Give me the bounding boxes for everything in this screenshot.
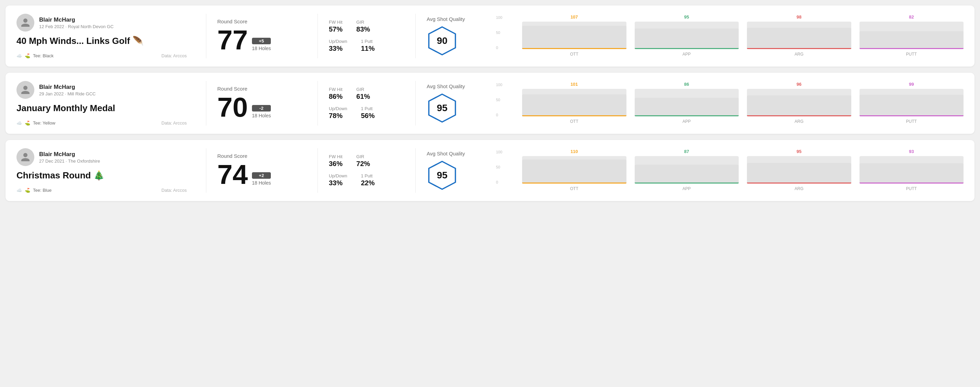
chart-y-labels: 100 50 0 (496, 150, 502, 184)
score-holes: 18 Holes (252, 180, 271, 186)
stats-row-bottom: Up/Down 33% 1 Putt 22% (329, 173, 404, 187)
score-row: 77 +5 18 Holes (217, 26, 307, 54)
score-badge: +5 (252, 38, 271, 44)
up-down-label: Up/Down (329, 39, 347, 44)
y-label-100: 100 (496, 82, 502, 87)
quality-label: Avg Shot Quality (427, 83, 465, 89)
weather-icon: ☁️ (16, 188, 22, 193)
chart-col-app: 95 APP (635, 14, 739, 57)
round-card-2[interactable]: Blair McHarg 29 Jan 2022 · Mill Ride GCC… (5, 73, 975, 134)
up-down-stat: Up/Down 33% (329, 39, 347, 52)
bar-chart: 101 OTT 86 APP 96 ARG 99 (522, 82, 964, 124)
quality-label: Avg Shot Quality (427, 151, 465, 157)
card-left-2: Blair McHarg 29 Jan 2022 · Mill Ride GCC… (16, 81, 195, 125)
bar-fill (635, 29, 739, 49)
divider-1 (206, 14, 206, 58)
one-putt-label: 1 Putt (361, 106, 374, 111)
chart-col-app: 86 APP (635, 82, 739, 124)
chart-col-ott: 101 OTT (522, 82, 627, 124)
bar-accent (747, 182, 851, 184)
bar-fill (859, 163, 964, 184)
divider-1 (206, 148, 206, 193)
hexagon-value: 90 (437, 35, 447, 46)
bar-wrapper (522, 22, 627, 49)
divider-2 (318, 14, 318, 58)
gir-stat: GIR 83% (356, 19, 370, 33)
bar-value-label: 101 (571, 82, 578, 87)
date-venue: 12 Feb 2022 · Royal North Devon GC (39, 24, 114, 29)
hexagon: 90 (427, 25, 458, 56)
user-name: Blair McHarg (39, 16, 114, 23)
card-left-3: Blair McHarg 27 Dec 2021 · The Oxfordshi… (16, 148, 195, 193)
user-text: Blair McHarg 27 Dec 2021 · The Oxfordshi… (39, 151, 100, 163)
chart-col-arg: 98 ARG (747, 14, 851, 57)
bar-fill (522, 160, 627, 184)
bar-accent (635, 182, 739, 184)
divider-2 (318, 81, 318, 125)
bar-col-label: ARG (795, 119, 803, 124)
bar-accent (859, 48, 964, 49)
chart-outer: 100 50 0 101 OTT 86 APP 96 (509, 82, 964, 124)
bar-fill (635, 165, 739, 184)
card-footer: ☁️ ⛳ Tee: Blue Data: Arccos (16, 188, 187, 193)
hexagon-value: 95 (437, 103, 447, 114)
score-number: 70 (217, 94, 248, 121)
gir-value: 61% (356, 93, 370, 100)
gir-stat: GIR 72% (356, 154, 370, 168)
card-footer: ☁️ ⛳ Tee: Black Data: Arccos (16, 53, 187, 58)
hexagon-container: 95 (427, 160, 458, 191)
divider-3 (415, 81, 416, 125)
stats-row-bottom: Up/Down 78% 1 Putt 56% (329, 106, 404, 120)
bar-fill (635, 98, 739, 116)
bar-col-label: ARG (795, 186, 803, 191)
bar-wrapper (635, 89, 739, 116)
bar-fill (522, 26, 627, 49)
fw-hit-value: 57% (329, 25, 342, 33)
round-title: Christmas Round 🎄 (16, 170, 187, 181)
rounds-list: Blair McHarg 12 Feb 2022 · Royal North D… (5, 5, 975, 201)
y-label-50: 50 (496, 98, 502, 102)
gir-label: GIR (356, 154, 370, 159)
up-down-stat: Up/Down 78% (329, 106, 347, 120)
fw-hit-label: FW Hit (329, 87, 342, 92)
bar-value-label: 93 (909, 149, 914, 154)
chart-col-arg: 96 ARG (747, 82, 851, 124)
bar-accent (859, 115, 964, 116)
up-down-stat: Up/Down 33% (329, 173, 347, 187)
bar-accent (859, 182, 964, 184)
chart-section: 100 50 0 110 OTT 87 APP 95 (502, 148, 964, 193)
tee-label: Tee: Yellow (33, 121, 55, 125)
chart-col-ott: 107 OTT (522, 14, 627, 57)
bar-fill (859, 95, 964, 116)
bar-value-label: 87 (684, 149, 689, 154)
fw-hit-stat: FW Hit 86% (329, 87, 342, 100)
score-badge-col: +2 18 Holes (252, 172, 271, 188)
one-putt-label: 1 Putt (361, 39, 374, 44)
bar-wrapper (859, 22, 964, 49)
stats-row-top: FW Hit 36% GIR 72% (329, 154, 404, 168)
divider-1 (206, 81, 206, 125)
score-holes: 18 Holes (252, 113, 271, 118)
y-label-50: 50 (496, 30, 502, 35)
score-badge: -2 (252, 105, 271, 111)
divider-3 (415, 14, 416, 58)
gir-stat: GIR 61% (356, 87, 370, 100)
bar-col-label: APP (682, 119, 690, 124)
round-card-3[interactable]: Blair McHarg 27 Dec 2021 · The Oxfordshi… (5, 140, 975, 201)
gir-label: GIR (356, 87, 370, 92)
bar-col-label: OTT (570, 186, 578, 191)
score-badge-col: -2 18 Holes (252, 105, 271, 121)
tee-label: Tee: Blue (33, 188, 51, 193)
round-title: January Monthly Medal (16, 103, 187, 114)
up-down-label: Up/Down (329, 173, 347, 178)
chart-section: 100 50 0 101 OTT 86 APP 96 (502, 81, 964, 125)
round-card-1[interactable]: Blair McHarg 12 Feb 2022 · Royal North D… (5, 5, 975, 67)
bar-accent (635, 48, 739, 49)
score-number: 77 (217, 26, 248, 54)
bar-value-label: 107 (571, 14, 578, 19)
bar-accent (522, 48, 627, 49)
score-badge: +2 (252, 172, 271, 179)
avatar (16, 81, 34, 99)
bar-value-label: 95 (797, 149, 802, 154)
quality-section: Avg Shot Quality 95 (427, 148, 502, 193)
